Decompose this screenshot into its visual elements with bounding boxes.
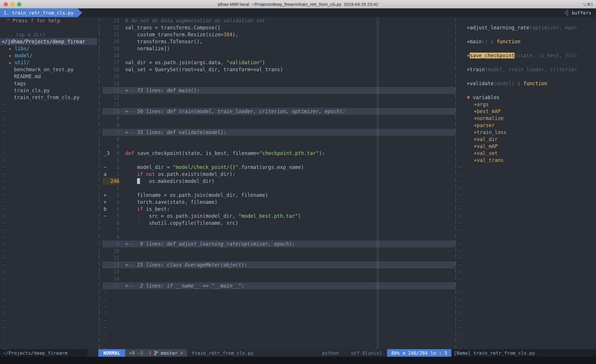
tag-item[interactable] — [457, 17, 596, 24]
tag-item[interactable]: +normalize — [457, 115, 596, 122]
tree-dir-item[interactable]: ▸ util/ — [0, 59, 97, 66]
tree-dir-item[interactable]: ▸ model/ — [0, 52, 97, 59]
code-line[interactable]: 11 — [102, 101, 455, 108]
tree-row[interactable]: </jdhao/Projects/deep_firear — [0, 38, 97, 45]
folded-code-line[interactable]: 12+-- 15 lines: class AverageMeter(objec… — [102, 261, 455, 268]
code-line[interactable]: +2 filename = os.path.join(model_dir, fi… — [102, 192, 455, 199]
tag-item[interactable]: +val_mAP — [457, 143, 596, 150]
code-line[interactable]: 11 — [102, 254, 455, 261]
buffers-powerline-arrow — [564, 8, 568, 17]
code-text — [119, 80, 125, 87]
tag-item[interactable] — [457, 87, 596, 94]
tag-item[interactable]: +best_mAP — [457, 108, 596, 115]
empty-line-tilde: ~ — [457, 233, 596, 240]
code-line[interactable]: 14 — [102, 275, 455, 282]
tag-item[interactable]: +args — [457, 101, 596, 108]
tree-file-item[interactable]: benchmark_on_test.py — [0, 66, 97, 73]
folded-code-line[interactable]: 9+-- 9 lines: def adjust_learning_rate(o… — [102, 240, 455, 247]
code-text — [119, 226, 125, 233]
folded-code-line[interactable]: 10+-- 50 lines: def train(model, train_l… — [102, 108, 455, 115]
tree-row[interactable] — [0, 24, 97, 31]
tag-item[interactable]: +val_trans — [457, 157, 596, 164]
folded-code-line[interactable]: 7+-- 35 lines: def validate(model): — [102, 129, 455, 136]
code-line[interactable]: 3 — [102, 157, 455, 164]
tag-item[interactable]: +save_checkpoint(state, is_best, fil> — [457, 52, 596, 59]
code-line[interactable]: +3 torch.save(state, filename) — [102, 199, 455, 206]
close-button[interactable] — [4, 2, 8, 6]
tree-row[interactable]: " Press ? for help — [0, 17, 97, 24]
code-text: if not os.path.exists(model_dir): — [119, 171, 235, 178]
empty-line-tilde: ~ — [0, 199, 97, 206]
tag-item[interactable]: ▼ variables — [457, 94, 596, 101]
lightning-icon: ⚡ — [180, 350, 183, 356]
tag-item[interactable]: +val_set — [457, 150, 596, 157]
code-line[interactable]: 6 — [102, 136, 455, 143]
code-line[interactable]: 20 transforms.ToTensor(), — [102, 38, 455, 45]
minimize-button[interactable] — [10, 2, 15, 6]
window-separator-left[interactable] — [99, 17, 100, 349]
code-line[interactable]: 8 — [102, 122, 455, 129]
code-text: if is_best: — [119, 206, 170, 213]
code-line[interactable]: 7 — [102, 226, 455, 233]
code-line[interactable]: 246 os.makedirs(model_dir) — [102, 178, 455, 185]
code-line[interactable]: 14 — [102, 80, 455, 87]
code-line[interactable]: ~2 model_dir = "model/check_point/{}".fo… — [102, 164, 455, 171]
code-line[interactable]: 16val_set = QuerySet(root=val_dir, trans… — [102, 66, 455, 73]
tab-train-retr-from-cls[interactable]: 1. train_retr_from_cls.py — [0, 8, 78, 17]
window-separator-right[interactable] — [455, 17, 456, 349]
statusline-filename: train_retr_from_cls.py — [192, 350, 253, 356]
code-line[interactable]: 18 — [102, 52, 455, 59]
empty-line-tilde: ~ — [0, 310, 97, 317]
folded-code-line[interactable]: 15+-- 2 lines: if __name__ == "__main__"… — [102, 282, 455, 289]
dir-name: libs/ — [15, 46, 29, 51]
code-line[interactable]: 19 normalize]) — [102, 45, 455, 52]
code-line[interactable]: 15 — [102, 73, 455, 80]
code-line[interactable]: 22val_trans = transforms.Compose([ — [102, 24, 455, 31]
empty-line-tilde: ~ — [102, 331, 455, 338]
tag-item[interactable]: +adjust_learning_rate(optimizer, epo> — [457, 24, 596, 31]
tab-powerline-arrow — [78, 8, 82, 17]
code-line[interactable]: 5 — [102, 143, 455, 150]
empty-line-tilde: ~ — [102, 345, 455, 349]
editor-panel[interactable]: 23# do not do data augmentation on valid… — [102, 17, 455, 349]
code-line[interactable]: 12 — [102, 94, 455, 101]
tree-file-item[interactable]: train_cls.py — [0, 87, 97, 94]
folder-collapsed-icon: ▸ — [9, 53, 15, 58]
tag-item[interactable] — [457, 45, 596, 52]
folded-code-line[interactable]: 13+-- 73 lines: def main(): — [102, 87, 455, 94]
tag-item[interactable] — [457, 73, 596, 80]
code-line[interactable]: ~5 │ src = os.path.join(model_dir, "mode… — [102, 213, 455, 220]
code-line[interactable]: 21 custom_transform.Resize(size=384), — [102, 31, 455, 38]
tag-item[interactable] — [457, 31, 596, 38]
tag-item[interactable]: +train_loss — [457, 129, 596, 136]
code-text — [119, 73, 125, 80]
tree-file-item[interactable]: tags — [0, 80, 97, 87]
vim-command-line[interactable] — [0, 357, 596, 364]
code-line[interactable]: 1 — [102, 185, 455, 192]
code-line[interactable]: 13 — [102, 268, 455, 275]
tag-item[interactable]: +val_dir — [457, 136, 596, 143]
code-line[interactable]: 9 — [102, 115, 455, 122]
tag-item[interactable]: +parser — [457, 122, 596, 129]
code-line[interactable]: 23# do not do data augmentation on valid… — [102, 17, 455, 24]
code-line[interactable]: 6 │ shutil.copyfile(filename, src) — [102, 220, 455, 226]
code-line[interactable]: a1 if not os.path.exists(model_dir): — [102, 171, 455, 178]
tag-item[interactable]: +train(model, train_loader, criterio> — [457, 66, 596, 73]
code-text — [119, 115, 125, 122]
line-number: 4 — [109, 150, 119, 157]
tag-item[interactable]: +main() : function — [457, 38, 596, 45]
tree-row[interactable]: .. (up a dir) — [0, 31, 97, 38]
tree-file-item[interactable]: README.md — [0, 73, 97, 80]
tree-dir-item[interactable]: ▸ libs/ — [0, 45, 97, 52]
empty-line-tilde: ~ — [0, 171, 97, 178]
code-line[interactable]: 8 — [102, 233, 455, 240]
tag-item[interactable] — [457, 59, 596, 66]
code-line[interactable]: 10 — [102, 247, 455, 254]
tree-file-item[interactable]: train_retr_from_cls.py — [0, 94, 97, 101]
code-line[interactable]: _34def save_checkpoint(state, is_best, f… — [102, 150, 455, 157]
zoom-button[interactable] — [17, 2, 21, 6]
vim-tabline: 1. train_retr_from_cls.py buffers — [0, 8, 596, 17]
code-line[interactable]: 17val_dir = os.path.join(args.data, "val… — [102, 59, 455, 66]
code-line[interactable]: b4 if is_best: — [102, 206, 455, 213]
tag-item[interactable]: +validate(model) : function — [457, 80, 596, 87]
